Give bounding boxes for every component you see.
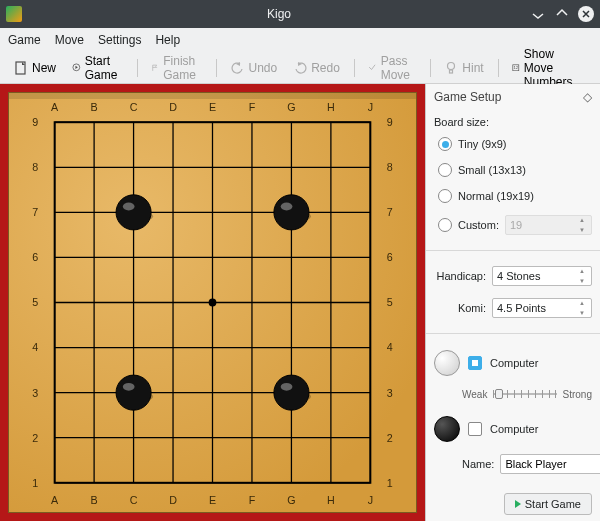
svg-text:C: C <box>130 101 138 113</box>
black-stone-icon <box>434 416 460 442</box>
hint-label: Hint <box>462 61 483 75</box>
new-icon <box>14 61 28 75</box>
spin-arrows-icon: ▲▼ <box>579 268 589 284</box>
svg-point-67 <box>281 203 293 211</box>
svg-text:B: B <box>91 494 98 506</box>
svg-point-64 <box>123 203 135 211</box>
minimize-button[interactable] <box>530 6 546 22</box>
svg-text:7: 7 <box>387 206 393 218</box>
svg-text:J: J <box>368 101 373 113</box>
white-stone-icon <box>434 350 460 376</box>
new-label: New <box>32 61 56 75</box>
svg-rect-3 <box>450 70 453 73</box>
custom-size-spin: 19 ▲▼ <box>505 215 592 235</box>
svg-text:D: D <box>169 494 177 506</box>
svg-text:6: 6 <box>32 251 38 263</box>
menu-move[interactable]: Move <box>55 33 84 47</box>
new-button[interactable]: New <box>8 58 62 78</box>
menu-settings[interactable]: Settings <box>98 33 141 47</box>
svg-text:5: 5 <box>387 296 393 308</box>
go-board[interactable]: AABBCCDDEEFFGGHHJJ998877665544332211 <box>8 92 417 513</box>
toolbar-separator <box>498 59 499 77</box>
svg-text:8: 8 <box>32 161 38 173</box>
radio-small-label: Small (13x13) <box>458 164 526 176</box>
main-area: AABBCCDDEEFFGGHHJJ998877665544332211 Gam… <box>0 84 600 521</box>
numbers-icon: 12 <box>512 61 520 75</box>
svg-text:B: B <box>91 101 98 113</box>
white-computer-checkbox[interactable] <box>468 356 482 370</box>
menu-help[interactable]: Help <box>155 33 180 47</box>
flag-icon <box>151 61 159 75</box>
maximize-button[interactable] <box>554 6 570 22</box>
undo-button: Undo <box>225 58 284 78</box>
handicap-value: 4 Stones <box>497 270 540 282</box>
weak-label: Weak <box>462 389 487 400</box>
undo-label: Undo <box>249 61 278 75</box>
bulb-icon <box>444 61 458 75</box>
game-setup-panel: Game Setup ◇ Board size: Tiny (9x9) Smal… <box>425 84 600 521</box>
radio-small[interactable] <box>438 163 452 177</box>
toolbar-separator <box>430 59 431 77</box>
svg-text:E: E <box>209 494 216 506</box>
svg-text:5: 5 <box>32 296 38 308</box>
svg-text:2: 2 <box>32 432 38 444</box>
start-game-button[interactable]: Start Game <box>66 51 129 85</box>
divider <box>426 333 600 334</box>
toolbar-separator <box>216 59 217 77</box>
svg-text:1: 1 <box>32 477 38 489</box>
board-grid: AABBCCDDEEFFGGHHJJ998877665544332211 <box>9 93 416 512</box>
radio-tiny[interactable] <box>438 137 452 151</box>
svg-text:H: H <box>327 101 335 113</box>
svg-text:4: 4 <box>32 341 38 353</box>
black-computer-checkbox[interactable] <box>468 422 482 436</box>
komi-value: 4.5 Points <box>497 302 546 314</box>
finish-game-button: Finish Game <box>145 51 208 85</box>
hint-button: Hint <box>438 58 489 78</box>
start-game-label: Start Game <box>85 54 123 82</box>
svg-point-72 <box>274 375 309 410</box>
panel-title: Game Setup <box>434 90 501 104</box>
menu-game[interactable]: Game <box>8 33 41 47</box>
svg-text:J: J <box>368 494 373 506</box>
radio-tiny-label: Tiny (9x9) <box>458 138 507 150</box>
pass-move-label: Pass Move <box>381 54 416 82</box>
svg-text:4: 4 <box>387 341 393 353</box>
title-bar: Kigo <box>0 0 600 28</box>
white-computer-label: Computer <box>490 357 538 369</box>
strong-label: Strong <box>563 389 592 400</box>
handicap-spin[interactable]: 4 Stones ▲▼ <box>492 266 592 286</box>
komi-label: Komi: <box>434 302 486 314</box>
radio-normal[interactable] <box>438 189 452 203</box>
spin-arrows-icon: ▲▼ <box>579 300 589 316</box>
slider-handle[interactable] <box>495 389 503 399</box>
board-area: AABBCCDDEEFFGGHHJJ998877665544332211 <box>0 84 425 521</box>
svg-text:9: 9 <box>387 116 393 128</box>
finish-game-label: Finish Game <box>163 54 202 82</box>
pass-move-button: Pass Move <box>362 51 421 85</box>
black-computer-label: Computer <box>490 423 538 435</box>
white-strength-slider[interactable] <box>493 388 556 400</box>
show-move-numbers-label: Show Move Numbers <box>524 47 586 89</box>
svg-text:2: 2 <box>387 432 393 444</box>
toolbar-separator <box>354 59 355 77</box>
toolbar-separator <box>137 59 138 77</box>
svg-text:A: A <box>51 494 59 506</box>
svg-text:8: 8 <box>387 161 393 173</box>
check-icon <box>368 61 376 75</box>
svg-point-69 <box>116 375 151 410</box>
radio-custom[interactable] <box>438 218 452 232</box>
redo-label: Redo <box>311 61 340 75</box>
svg-text:3: 3 <box>387 387 393 399</box>
svg-text:12: 12 <box>514 65 519 70</box>
svg-text:1: 1 <box>387 477 393 489</box>
komi-spin[interactable]: 4.5 Points ▲▼ <box>492 298 592 318</box>
svg-text:D: D <box>169 101 177 113</box>
black-name-input[interactable] <box>500 454 600 474</box>
close-button[interactable] <box>578 6 594 22</box>
svg-point-73 <box>281 383 293 391</box>
start-game-panel-button[interactable]: Start Game <box>504 493 592 515</box>
panel-collapse-icon[interactable]: ◇ <box>582 92 592 102</box>
svg-text:A: A <box>51 101 59 113</box>
svg-text:9: 9 <box>32 116 38 128</box>
divider <box>426 250 600 251</box>
